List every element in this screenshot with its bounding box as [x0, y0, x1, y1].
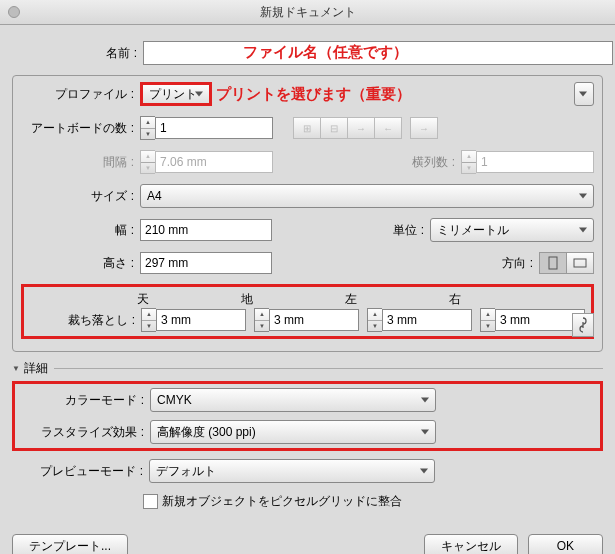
- profile-label: プロファイル :: [21, 86, 140, 103]
- unit-label: 単位 :: [393, 222, 430, 239]
- orient-landscape-icon[interactable]: [567, 252, 594, 274]
- name-label: 名前 :: [12, 45, 143, 62]
- width-label: 幅 :: [21, 222, 140, 239]
- raster-select[interactable]: 高解像度 (300 ppi): [150, 420, 436, 444]
- svg-rect-0: [549, 257, 557, 269]
- spacing-label: 間隔 :: [21, 154, 140, 171]
- profile-annotation: プリントを選びます（重要）: [216, 85, 411, 104]
- profile-select-highlight[interactable]: プリント: [143, 85, 209, 103]
- bleed-left-field[interactable]: 3 mm: [382, 309, 472, 331]
- arrange-grid-col-icon: ⊟: [321, 117, 348, 139]
- unit-select[interactable]: ミリメートル: [430, 218, 594, 242]
- height-field[interactable]: 297 mm: [140, 252, 272, 274]
- bleed-top-field[interactable]: 3 mm: [156, 309, 246, 331]
- artboards-stepper[interactable]: ▲▼: [140, 116, 155, 140]
- arrange-grid-row-icon: ⊞: [293, 117, 321, 139]
- artboards-field[interactable]: 1: [155, 117, 273, 139]
- height-label: 高さ :: [21, 255, 140, 272]
- bleed-right-label: 右: [449, 291, 553, 308]
- orient-label: 方向 :: [502, 255, 539, 272]
- orient-portrait-icon[interactable]: [539, 252, 567, 274]
- pixelgrid-label: 新規オブジェクトをピクセルグリッドに整合: [162, 493, 402, 510]
- size-label: サイズ :: [21, 188, 140, 205]
- bleed-bottom-field[interactable]: 3 mm: [269, 309, 359, 331]
- artboards-label: アートボードの数 :: [21, 120, 140, 137]
- bleed-bottom-stepper[interactable]: ▲▼: [254, 308, 269, 332]
- spacing-stepper: ▲▼: [140, 150, 155, 174]
- raster-label: ラスタライズ効果 :: [19, 424, 150, 441]
- columns-field: 1: [476, 151, 594, 173]
- arrange-row-icon: →: [348, 117, 375, 139]
- columns-stepper: ▲▼: [461, 150, 476, 174]
- titlebar: 新規ドキュメント: [0, 0, 615, 25]
- bleed-top-label: 天: [137, 291, 241, 308]
- name-field[interactable]: [143, 41, 613, 65]
- bleed-left-stepper[interactable]: ▲▼: [367, 308, 382, 332]
- ok-button[interactable]: OK: [528, 534, 603, 554]
- cancel-button[interactable]: キャンセル: [424, 534, 518, 554]
- preview-select[interactable]: デフォルト: [149, 459, 435, 483]
- pixelgrid-checkbox[interactable]: [143, 494, 158, 509]
- bleed-bottom-label: 地: [241, 291, 345, 308]
- colormode-select[interactable]: CMYK: [150, 388, 436, 412]
- spacing-field: 7.06 mm: [155, 151, 273, 173]
- bleed-right-stepper[interactable]: ▲▼: [480, 308, 495, 332]
- link-bleed-icon[interactable]: [572, 313, 594, 337]
- size-select[interactable]: A4: [140, 184, 594, 208]
- arrange-rtl-icon: →: [410, 117, 438, 139]
- bleed-label: 裁ち落とし :: [30, 312, 141, 329]
- template-button[interactable]: テンプレート...: [12, 534, 128, 554]
- columns-label: 横列数 :: [412, 154, 461, 171]
- width-field[interactable]: 210 mm: [140, 219, 272, 241]
- preview-label: プレビューモード :: [12, 463, 149, 480]
- advanced-disclosure[interactable]: 詳細: [12, 360, 603, 377]
- bleed-left-label: 左: [345, 291, 449, 308]
- svg-rect-1: [574, 259, 586, 267]
- arrange-col-icon: ←: [375, 117, 402, 139]
- colormode-label: カラーモード :: [19, 392, 150, 409]
- close-icon[interactable]: [8, 6, 20, 18]
- profile-select-arrow[interactable]: [574, 82, 594, 106]
- window-title: 新規ドキュメント: [260, 4, 356, 21]
- bleed-top-stepper[interactable]: ▲▼: [141, 308, 156, 332]
